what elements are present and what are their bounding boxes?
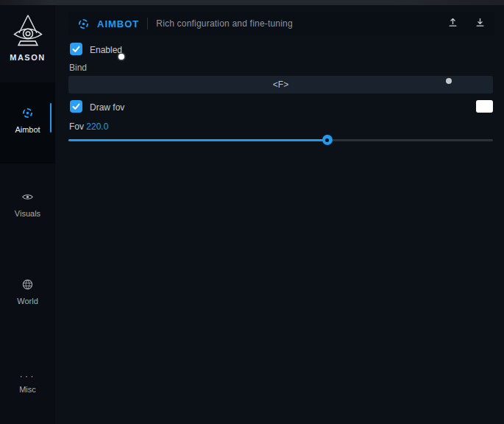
sidebar-item-label: Visuals — [0, 209, 55, 218]
enabled-label: Enabled — [90, 45, 122, 55]
crosshair-icon — [77, 18, 90, 30]
sidebar: MASON Aimbot Visuals — [0, 5, 55, 424]
draw-fov-checkbox[interactable] — [70, 100, 82, 113]
fov-slider-handle[interactable] — [322, 135, 333, 145]
cursor-dot — [118, 54, 124, 60]
brand-logo: MASON — [0, 13, 55, 62]
globe-icon — [21, 280, 34, 293]
drag-dot — [446, 78, 452, 84]
crosshair-icon — [21, 109, 34, 121]
header-divider — [147, 18, 148, 29]
fov-value: 220.0 — [86, 121, 108, 132]
section-header: AIMBOT Rich configuration and fine-tunin… — [68, 12, 494, 35]
sidebar-item-aimbot[interactable]: Aimbot — [0, 82, 55, 163]
fov-slider-fill — [68, 139, 327, 141]
upload-config-icon[interactable] — [447, 17, 458, 31]
section-title: AIMBOT — [97, 18, 139, 29]
bind-key-value: <F> — [273, 80, 288, 90]
ellipsis-icon: ··· — [20, 370, 36, 381]
enabled-checkbox[interactable] — [70, 43, 82, 55]
sidebar-item-label: Misc — [0, 385, 55, 394]
bind-label: Bind — [69, 63, 87, 73]
brand-name: MASON — [0, 53, 55, 62]
fov-label-text: Fov — [69, 121, 86, 132]
active-indicator — [50, 103, 52, 132]
sidebar-item-label: Aimbot — [0, 125, 55, 134]
draw-fov-label: Draw fov — [90, 102, 124, 113]
fov-slider[interactable] — [68, 135, 493, 145]
bind-key-input[interactable]: <F> — [68, 76, 493, 93]
fov-color-swatch[interactable] — [476, 100, 493, 113]
download-config-icon[interactable] — [475, 17, 486, 31]
sidebar-item-label: World — [0, 297, 55, 305]
eye-icon — [21, 193, 34, 205]
window-top-edge — [0, 0, 504, 5]
mason-eye-pyramid-icon — [11, 38, 45, 51]
section-subtitle: Rich configuration and fine-tuning — [156, 18, 293, 29]
sidebar-item-misc[interactable]: ··· Misc — [0, 369, 55, 394]
fov-label: Fov 220.0 — [69, 121, 108, 132]
sidebar-item-world[interactable]: World — [0, 278, 55, 305]
mason-menu-window: MASON Aimbot Visuals — [0, 0, 504, 424]
sidebar-item-visuals[interactable]: Visuals — [0, 191, 55, 218]
